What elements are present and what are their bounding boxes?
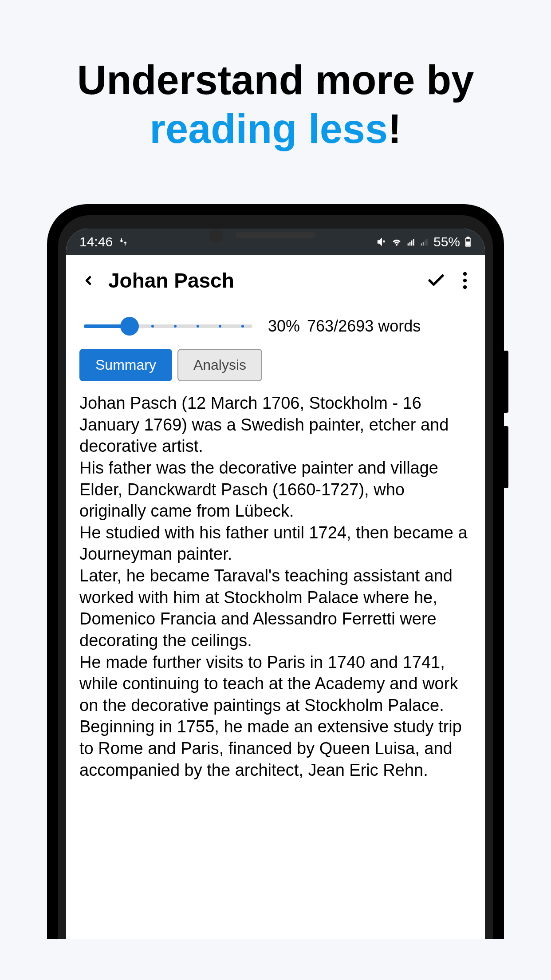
app-header: Johan Pasch xyxy=(66,255,485,306)
signal-icon-1 xyxy=(407,237,416,246)
tagline-exclaim: ! xyxy=(388,106,401,151)
svg-rect-5 xyxy=(423,242,424,245)
svg-rect-3 xyxy=(413,239,414,245)
svg-point-12 xyxy=(463,279,467,282)
status-right: 55% xyxy=(377,234,472,249)
sync-icon xyxy=(118,237,129,247)
phone-notch xyxy=(236,232,315,238)
back-button[interactable] xyxy=(77,269,99,292)
slider-dot xyxy=(151,325,154,328)
page-title: Johan Pasch xyxy=(108,269,416,292)
confirm-button[interactable] xyxy=(425,269,447,292)
check-icon xyxy=(426,271,446,290)
status-time: 14:46 xyxy=(79,234,113,249)
wifi-icon xyxy=(391,236,402,248)
marketing-tagline: Understand more by reading less! xyxy=(0,0,551,191)
tagline-line-1: Understand more by xyxy=(0,58,551,103)
screen: 14:46 xyxy=(66,229,485,939)
summary-paragraph: Beginning in 1755, he made an extensive … xyxy=(79,716,472,781)
svg-point-13 xyxy=(463,285,467,289)
summary-paragraph: He studied with his father until 1724, t… xyxy=(79,522,472,565)
tab-analysis[interactable]: Analysis xyxy=(177,349,262,381)
svg-rect-1 xyxy=(409,242,411,245)
summary-text: Johan Pasch (12 March 1706, Stockholm - … xyxy=(79,392,472,781)
svg-point-11 xyxy=(463,272,467,276)
battery-icon xyxy=(464,237,472,247)
svg-rect-7 xyxy=(426,239,428,245)
svg-rect-2 xyxy=(411,241,413,246)
status-left: 14:46 xyxy=(79,234,129,249)
svg-rect-0 xyxy=(408,243,409,245)
tagline-line-2-wrapper: reading less! xyxy=(0,103,551,156)
summary-paragraph: Johan Pasch (12 March 1706, Stockholm - … xyxy=(79,392,472,457)
mute-icon xyxy=(377,237,386,247)
slider-dots xyxy=(151,325,244,328)
content-area[interactable]: Johan Pasch (12 March 1706, Stockholm - … xyxy=(66,392,485,781)
more-vertical-icon xyxy=(462,272,468,289)
phone-frame: 14:46 xyxy=(47,204,504,939)
summary-paragraph: Later, he became Taraval's teaching assi… xyxy=(79,565,472,652)
svg-rect-6 xyxy=(425,241,426,246)
tabs-row: Summary Analysis xyxy=(66,349,485,392)
battery-percent: 55% xyxy=(433,234,460,249)
tab-summary[interactable]: Summary xyxy=(79,349,172,381)
svg-rect-10 xyxy=(466,242,470,245)
phone-side-button-1 xyxy=(504,351,508,413)
svg-rect-4 xyxy=(421,243,422,245)
slider-dot xyxy=(197,325,199,328)
summary-paragraph: His father was the decorative painter an… xyxy=(79,457,472,522)
phone-side-button-2 xyxy=(504,426,508,488)
slider-dot xyxy=(174,325,177,328)
phone-inner: 14:46 xyxy=(58,215,493,939)
summary-percent: 30% xyxy=(268,317,300,336)
summary-slider-row: 30% 763/2693 words xyxy=(66,306,485,349)
more-options-button[interactable] xyxy=(456,269,474,292)
chevron-left-icon xyxy=(82,272,95,289)
summary-length-slider[interactable] xyxy=(84,317,252,335)
slider-dot xyxy=(219,325,221,328)
svg-rect-9 xyxy=(467,237,469,238)
slider-thumb[interactable] xyxy=(120,317,139,336)
phone-camera xyxy=(209,229,223,243)
word-count: 763/2693 words xyxy=(307,317,421,336)
slider-dot xyxy=(241,325,244,328)
signal-icon-2 xyxy=(420,237,429,246)
tagline-line-2: reading less xyxy=(150,106,388,151)
summary-paragraph: He made further visits to Paris in 1740 … xyxy=(79,652,472,716)
slider-info: 30% 763/2693 words xyxy=(268,317,421,336)
